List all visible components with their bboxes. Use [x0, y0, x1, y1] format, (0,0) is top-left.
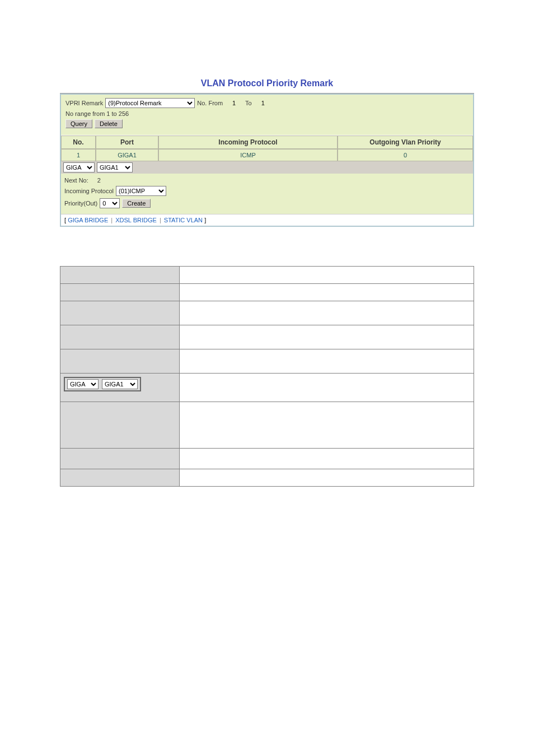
- header-port: Port: [96, 136, 158, 149]
- delete-button[interactable]: Delete: [95, 119, 123, 128]
- ref-cell-shade: [60, 325, 180, 349]
- table-header: No. Port Incoming Protocol Outgoing Vlan…: [61, 135, 473, 149]
- priority-out-label: Priority(Out): [64, 200, 97, 207]
- to-label: To: [245, 100, 252, 106]
- incoming-protocol-select[interactable]: (01)ICMP: [116, 186, 166, 196]
- page-title: VLAN Protocol Priority Remark: [60, 78, 474, 88]
- link-static-vlan[interactable]: STATIC VLAN: [164, 217, 203, 223]
- ref-cell-shade: [60, 449, 180, 469]
- link-sep: |: [160, 217, 163, 223]
- ref-cell: [180, 284, 474, 301]
- create-button[interactable]: Create: [122, 199, 151, 208]
- ref-cell-shade: [60, 301, 180, 325]
- ref-cell: [180, 267, 474, 284]
- link-xdsl-bridge[interactable]: XDSL BRIDGE: [115, 217, 157, 223]
- ref-cell: [180, 374, 474, 402]
- ref-cell: [180, 402, 474, 449]
- reference-table: GIGA GIGA1: [60, 266, 474, 487]
- next-no-label: Next No:: [64, 177, 88, 184]
- query-button[interactable]: Query: [65, 119, 92, 128]
- ref-cell: [180, 449, 474, 469]
- create-area: Next No: 2 Incoming Protocol (01)ICMP Pr…: [61, 174, 473, 214]
- no-from-label: No. From: [197, 100, 223, 106]
- port-select-row: GIGA GIGA1: [61, 161, 473, 174]
- next-no-value: 2: [97, 177, 101, 184]
- ref-port-number-select[interactable]: GIGA1: [102, 379, 138, 389]
- cell-incoming: ICMP: [158, 149, 338, 161]
- ref-cell-shade: [60, 402, 180, 449]
- filter-area: VPRI Remark (9)Protocol Remark No. From …: [61, 95, 473, 135]
- cell-outgoing: 0: [338, 149, 473, 161]
- ref-cell-shade: [60, 469, 180, 487]
- ref-cell-shade: [60, 284, 180, 301]
- main-panel: VPRI Remark (9)Protocol Remark No. From …: [60, 94, 474, 227]
- vpri-remark-label: VPRI Remark: [65, 100, 103, 106]
- ref-cell-shade: [60, 267, 180, 284]
- cell-no: 1: [61, 149, 96, 161]
- link-giga-bridge[interactable]: GIGA BRIDGE: [68, 217, 108, 223]
- cell-port: GIGA1: [96, 149, 158, 161]
- bracket-close: ]: [204, 217, 206, 223]
- range-hint: No range from 1 to 256: [65, 110, 129, 117]
- table-row: 1 GIGA1 ICMP 0: [61, 149, 473, 161]
- ref-cell: [180, 349, 474, 374]
- ref-cell: [180, 301, 474, 325]
- to-input[interactable]: [254, 99, 272, 107]
- links-bar: [ GIGA BRIDGE | XDSL BRIDGE | STATIC VLA…: [61, 214, 473, 226]
- header-incoming: Incoming Protocol: [158, 136, 338, 149]
- ref-cell-select-row: GIGA GIGA1: [60, 374, 180, 402]
- header-no: No.: [61, 136, 96, 149]
- no-from-input[interactable]: [225, 99, 243, 107]
- vpri-remark-select[interactable]: (9)Protocol Remark: [105, 98, 195, 108]
- ref-cell-shade: [60, 349, 180, 374]
- port-type-select[interactable]: GIGA: [63, 162, 95, 172]
- incoming-protocol-label: Incoming Protocol: [64, 188, 114, 194]
- priority-out-select[interactable]: 0: [100, 198, 120, 208]
- ref-cell: [180, 469, 474, 487]
- header-outgoing: Outgoing Vlan Priority: [338, 136, 473, 149]
- port-number-select[interactable]: GIGA1: [97, 162, 133, 172]
- ref-cell: [180, 325, 474, 349]
- link-sep: |: [111, 217, 114, 223]
- ref-port-type-select[interactable]: GIGA: [67, 379, 99, 389]
